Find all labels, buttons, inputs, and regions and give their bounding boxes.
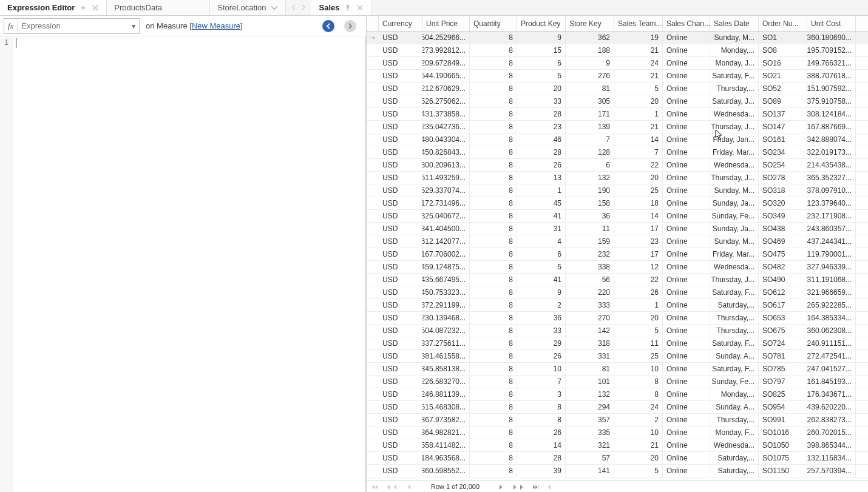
cell-salesTeam: 20 bbox=[614, 95, 663, 107]
fx-icon: fx bbox=[4, 21, 18, 31]
col-unitcost[interactable]: Unit Cost bbox=[807, 16, 856, 31]
row-indicator bbox=[367, 414, 379, 426]
cell-orderNumber: SO161 bbox=[759, 133, 807, 146]
data-grid-pane: Currency Unit Price Quantity Product Key… bbox=[367, 16, 868, 492]
table-row[interactable]: USD612.142077...8415923OnlineSunday, M..… bbox=[367, 235, 868, 248]
col-saleschannel[interactable]: Sales Chan... bbox=[663, 16, 710, 31]
cell-orderNumber: SO1150 bbox=[759, 465, 807, 477]
cell-quantity: 8 bbox=[470, 95, 517, 107]
table-row[interactable]: USD273.992812...81518821OnlineMonday,...… bbox=[367, 44, 868, 57]
chevron-down-icon[interactable] bbox=[271, 4, 278, 12]
table-row[interactable]: USD529.337074...8119025OnlineSunday, M..… bbox=[367, 184, 868, 197]
expression-combo[interactable]: fx ▾ bbox=[4, 18, 140, 34]
table-row[interactable]: USD526.275062...83330520OnlineSaturday, … bbox=[367, 95, 868, 108]
table-row[interactable]: USD230.139468...83627020OnlineThursday,.… bbox=[367, 312, 868, 325]
cell-unitCost: 232.171908... bbox=[807, 210, 856, 222]
table-row[interactable]: USD337.275611...82931811OnlineSaturday, … bbox=[367, 337, 868, 350]
cell-orderNumber: SO781 bbox=[759, 350, 807, 362]
table-row[interactable]: USD300.209613...826622OnlineWednesda...S… bbox=[367, 159, 868, 172]
cell-salesTeam: 2 bbox=[614, 414, 663, 426]
page-play-icon[interactable]: ⏴ bbox=[545, 483, 554, 490]
arrow-right-icon[interactable] bbox=[300, 4, 307, 12]
cell-orderNumber: SO785 bbox=[759, 363, 807, 375]
cell-storeKey: 56 bbox=[566, 274, 614, 286]
cell-salesTeam: 19 bbox=[614, 32, 663, 44]
table-row[interactable]: USD341.404500...8311117OnlineSunday, Ja.… bbox=[367, 223, 868, 235]
pin-icon[interactable] bbox=[344, 4, 351, 12]
col-salesteam[interactable]: Sales Team... bbox=[614, 16, 663, 31]
table-row[interactable]: USD360.598552...8391415OnlineSaturday,..… bbox=[367, 465, 868, 477]
chevron-down-icon[interactable]: ▾ bbox=[128, 22, 139, 30]
table-row[interactable]: USD480.043304...846714OnlineFriday, Jan.… bbox=[367, 133, 868, 146]
col-unitprice[interactable]: Unit Price bbox=[422, 16, 470, 31]
table-row[interactable]: USD372.291199...823331OnlineSaturday,...… bbox=[367, 299, 868, 312]
table-row[interactable]: USD615.468308...8829424OnlineSunday, A..… bbox=[367, 401, 868, 414]
tab-products-data[interactable]: ProductsData bbox=[107, 0, 210, 15]
table-row[interactable]: →USD504.252966...8936219OnlineSunday, M.… bbox=[367, 32, 868, 44]
grid-body[interactable]: →USD504.252966...8936219OnlineSunday, M.… bbox=[367, 32, 868, 480]
col-ordernumber[interactable]: Order Nu... bbox=[759, 16, 807, 31]
cell-orderNumber: SO469 bbox=[759, 235, 807, 248]
cell-unitCost: 119.790001... bbox=[807, 248, 856, 260]
col-productkey[interactable]: Product Key bbox=[517, 16, 566, 31]
col-currency[interactable]: Currency bbox=[379, 16, 422, 31]
page-prev-icon[interactable]: ⏴ bbox=[405, 483, 414, 490]
table-row[interactable]: USD431.373858...8281711OnlineWednesda...… bbox=[367, 108, 868, 121]
cell-productKey: 7 bbox=[517, 376, 566, 388]
cell-unitPrice: 431.373858... bbox=[422, 108, 470, 120]
table-row[interactable]: USD450.826843...8281287OnlineFriday, Mar… bbox=[367, 146, 868, 159]
table-row[interactable]: USD364.982821...82633510OnlineMonday, F.… bbox=[367, 426, 868, 439]
nav-back-button[interactable] bbox=[322, 20, 334, 32]
table-row[interactable]: USD235.042736...82313921OnlineThursday, … bbox=[367, 121, 868, 133]
table-row[interactable]: USD435.667495...8415622OnlineThursday, J… bbox=[367, 274, 868, 286]
col-quantity[interactable]: Quantity bbox=[470, 16, 517, 31]
page-prev-fast-icon[interactable]: ⏴⏴ bbox=[384, 483, 400, 490]
page-next-fast-icon[interactable]: ⏵⏵ bbox=[510, 483, 526, 490]
cell-unitCost: 151.907592... bbox=[807, 83, 856, 95]
table-row[interactable]: USD212.670629...820815OnlineThursday,...… bbox=[367, 83, 868, 95]
table-row[interactable]: USD381.461558...82633125OnlineSunday, A.… bbox=[367, 350, 868, 363]
table-row[interactable]: USD367.973582...883572OnlineThursday,...… bbox=[367, 414, 868, 426]
expression-input[interactable] bbox=[18, 21, 128, 30]
table-row[interactable]: USD459.124875...8533812OnlineWednesda...… bbox=[367, 261, 868, 274]
table-row[interactable]: USD226.583270...871018OnlineSunday, Fe..… bbox=[367, 376, 868, 388]
arrow-left-icon[interactable] bbox=[291, 4, 297, 12]
pin-icon[interactable] bbox=[80, 4, 87, 12]
page-next-icon[interactable]: ⏵ bbox=[497, 483, 506, 490]
close-icon[interactable] bbox=[92, 4, 99, 12]
table-row[interactable]: USD209.672849...86924OnlineMonday, J...S… bbox=[367, 57, 868, 70]
page-last-icon[interactable]: ⏭ bbox=[531, 483, 540, 490]
cell-storeKey: 232 bbox=[566, 248, 614, 260]
code-editor[interactable] bbox=[13, 36, 366, 492]
table-row[interactable]: USD172.731496...84515818OnlineSunday, Ja… bbox=[367, 197, 868, 210]
table-row[interactable]: USD450.753323...8922026OnlineSaturday, F… bbox=[367, 286, 868, 299]
nav-forward-button[interactable] bbox=[344, 20, 356, 32]
table-row[interactable]: USD504.087232...8331425OnlineThursday,..… bbox=[367, 325, 868, 337]
cell-salesDate: Thursday, J... bbox=[710, 121, 759, 133]
cell-unitPrice: 167.706002... bbox=[422, 248, 470, 260]
page-first-icon[interactable]: ⏮ bbox=[370, 483, 379, 490]
table-row[interactable]: USD544.190665...8527621OnlineSaturday, F… bbox=[367, 70, 868, 83]
col-salesdate[interactable]: Sales Date bbox=[710, 16, 759, 31]
cell-currency: USD bbox=[379, 121, 422, 133]
cell-orderNumber: SO254 bbox=[759, 159, 807, 171]
tab-store-location[interactable]: StoreLocation bbox=[210, 0, 286, 15]
table-row[interactable]: USD325.040672...8413614OnlineSunday, Fe.… bbox=[367, 210, 868, 223]
col-storekey[interactable]: Store Key bbox=[566, 16, 614, 31]
tab-sales[interactable]: Sales bbox=[311, 0, 371, 15]
row-indicator bbox=[367, 274, 379, 286]
table-row[interactable]: USD511.493259...81313220OnlineThursday, … bbox=[367, 172, 868, 184]
cell-orderNumber: SO617 bbox=[759, 299, 807, 311]
tab-expression-editor[interactable]: Expression Editor bbox=[0, 0, 107, 15]
table-row[interactable]: USD246.881139...831328OnlineMonday,...SO… bbox=[367, 388, 868, 401]
cell-storeKey: 159 bbox=[566, 235, 614, 248]
table-row[interactable]: USD558.411482...81432121OnlineWednesda..… bbox=[367, 439, 868, 452]
row-indicator bbox=[367, 121, 379, 133]
close-icon[interactable] bbox=[356, 4, 364, 12]
table-row[interactable]: USD184.963568...8285720OnlineSaturday,..… bbox=[367, 452, 868, 465]
table-row[interactable]: USD167.706002...8623217OnlineFriday, Mar… bbox=[367, 248, 868, 261]
cell-currency: USD bbox=[379, 299, 422, 311]
cell-salesDate: Thursday, J... bbox=[710, 172, 759, 184]
table-row[interactable]: USD345.858138...8108110OnlineSaturday, F… bbox=[367, 363, 868, 376]
new-measure-link[interactable]: New Measure bbox=[192, 21, 240, 30]
